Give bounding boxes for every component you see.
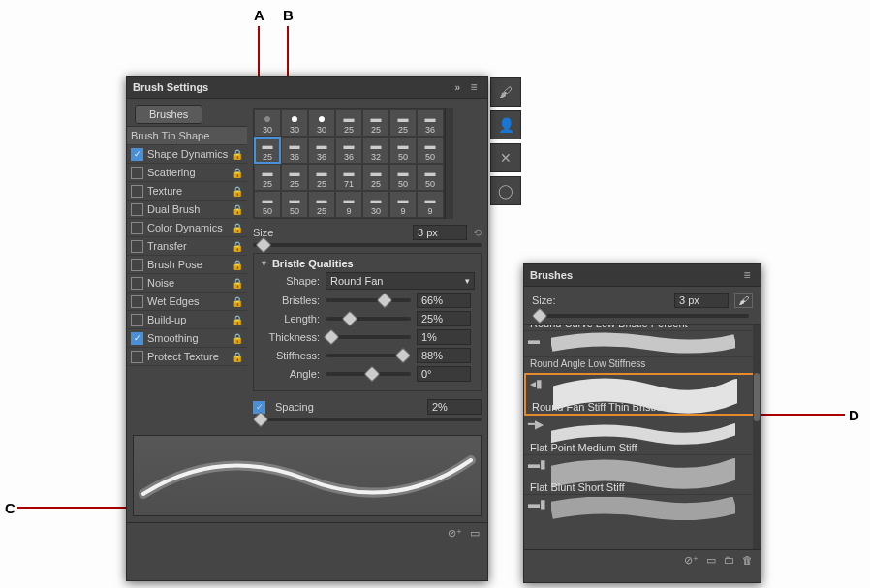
- new-preset-icon[interactable]: ⊘⁺: [448, 527, 462, 540]
- reset-size-icon[interactable]: ⟲: [473, 227, 482, 239]
- opt-brush-pose[interactable]: Brush Pose🔒: [127, 256, 247, 274]
- lock-icon[interactable]: 🔒: [232, 186, 243, 197]
- brush-tip-thumb[interactable]: ▬25: [362, 109, 389, 137]
- opt-shape-dynamics[interactable]: ✓Shape Dynamics 🔒: [127, 145, 247, 164]
- stroke-row[interactable]: ▬▮ Flat Blunt Short Stiff: [524, 455, 761, 495]
- lock-icon[interactable]: 🔒: [232, 315, 243, 325]
- brush-stroke-list[interactable]: Round Curve Low Bristle Percent ▬ Round …: [524, 324, 761, 549]
- opt-wet-edges[interactable]: Wet Edges🔒: [127, 293, 247, 311]
- stroke-row[interactable]: Round Curve Low Bristle Percent: [524, 324, 761, 331]
- brush-tip-thumb[interactable]: ▬50: [281, 191, 308, 218]
- create-brush-icon[interactable]: ▭: [470, 527, 480, 540]
- brush-tip-thumb[interactable]: ▬36: [417, 109, 444, 137]
- spacing-slider[interactable]: [253, 418, 482, 421]
- brush-tip-thumb[interactable]: ▬50: [389, 137, 417, 164]
- checkbox-icon[interactable]: [131, 314, 143, 326]
- brushes-button[interactable]: Brushes: [135, 105, 202, 124]
- lock-icon[interactable]: 🔒: [232, 296, 243, 307]
- brush-tip-thumb[interactable]: ▬25: [389, 109, 417, 137]
- brush-tip-thumb[interactable]: ▬25: [308, 164, 335, 191]
- brush-tip-thumb[interactable]: ▬50: [417, 137, 444, 164]
- brush-tip-thumb[interactable]: ▬25: [335, 109, 362, 137]
- brush-tip-thumb[interactable]: ▬71: [335, 164, 362, 191]
- spacing-value[interactable]: 2%: [427, 399, 482, 415]
- brush-tip-thumb[interactable]: ▬32: [362, 137, 389, 164]
- brush-tip-thumb[interactable]: ▬25: [254, 137, 281, 164]
- checkbox-icon[interactable]: [131, 222, 143, 234]
- lock-icon[interactable]: 🔒: [232, 352, 243, 362]
- checkbox-icon[interactable]: [131, 259, 143, 271]
- opt-build-up[interactable]: Build-up🔒: [127, 311, 247, 329]
- checkbox-icon[interactable]: [131, 295, 143, 308]
- lock-icon[interactable]: 🔒: [232, 278, 243, 289]
- brush-tip-thumb[interactable]: ▬50: [417, 164, 444, 191]
- checkbox-icon[interactable]: [131, 167, 143, 179]
- checkbox-icon[interactable]: [131, 277, 143, 290]
- tool-cc-icon[interactable]: ◯: [490, 176, 521, 205]
- shape-select[interactable]: Round Fan ▾: [326, 272, 475, 290]
- lock-icon[interactable]: 🔒: [232, 149, 243, 160]
- checkbox-icon[interactable]: [131, 240, 143, 253]
- stroke-list-scrollbar[interactable]: [753, 325, 761, 549]
- brush-tip-thumb[interactable]: ●30: [281, 109, 308, 137]
- bristles-slider[interactable]: [326, 298, 411, 302]
- grid-scrollbar[interactable]: [445, 108, 453, 219]
- thickness-slider[interactable]: [326, 335, 411, 339]
- brush-tip-thumb[interactable]: ●30: [308, 109, 335, 137]
- tool-tools-icon[interactable]: ✕: [490, 143, 521, 172]
- checkbox-icon[interactable]: [131, 185, 143, 198]
- brush-tip-thumb[interactable]: ▬25: [281, 164, 308, 191]
- new-group-icon[interactable]: 🗀: [724, 554, 734, 567]
- stroke-preview-row[interactable]: ▬: [524, 331, 761, 357]
- checkbox-icon[interactable]: [131, 351, 143, 363]
- lock-icon[interactable]: 🔒: [232, 168, 243, 178]
- brush-tip-thumb[interactable]: ▬50: [389, 164, 417, 191]
- length-value[interactable]: 25%: [417, 311, 471, 326]
- brushes-menu-icon[interactable]: ≡: [739, 268, 755, 282]
- opt-color-dynamics[interactable]: Color Dynamics🔒: [127, 219, 247, 237]
- angle-value[interactable]: 0°: [417, 366, 471, 382]
- lock-icon[interactable]: 🔒: [232, 241, 243, 252]
- brush-tip-thumb[interactable]: ▬25: [362, 164, 389, 191]
- opt-dual-brush[interactable]: Dual Brush🔒: [127, 201, 247, 219]
- brush-tip-thumb[interactable]: ▬36: [308, 137, 335, 164]
- brush-tip-grid[interactable]: ●30●30●30▬25▬25▬25▬36▬25▬36▬36▬36▬32▬50▬…: [253, 108, 445, 219]
- stiffness-value[interactable]: 88%: [417, 348, 471, 363]
- lock-icon[interactable]: 🔒: [232, 223, 243, 233]
- brushes-size-value[interactable]: 3 px: [674, 293, 729, 308]
- size-value[interactable]: 3 px: [413, 225, 467, 240]
- delete-brush-icon[interactable]: 🗑: [742, 554, 753, 567]
- brush-tip-thumb[interactable]: ▬9: [335, 191, 362, 218]
- brushes-size-slider[interactable]: [532, 314, 749, 318]
- opt-transfer[interactable]: Transfer🔒: [127, 237, 247, 256]
- brush-tip-thumb[interactable]: ●30: [254, 109, 281, 137]
- brush-tip-thumb[interactable]: ▬36: [281, 137, 308, 164]
- brush-tip-thumb[interactable]: ▬50: [254, 191, 281, 218]
- length-slider[interactable]: [326, 317, 411, 321]
- opt-texture[interactable]: Texture🔒: [127, 182, 247, 201]
- panel-menu-icon[interactable]: ≡: [466, 80, 482, 94]
- checkbox-icon[interactable]: ✓: [131, 148, 143, 161]
- lock-icon[interactable]: 🔒: [232, 333, 243, 344]
- stroke-row-selected[interactable]: ◂▮ Round Fan Stiff Thin Bristles: [524, 373, 761, 416]
- checkbox-icon[interactable]: [131, 203, 143, 216]
- toggle-preview-icon[interactable]: 🖌: [734, 293, 753, 308]
- brush-tip-thumb[interactable]: ▬25: [308, 191, 335, 218]
- brush-tip-thumb[interactable]: ▬36: [335, 137, 362, 164]
- opt-smoothing[interactable]: ✓Smoothing🔒: [127, 329, 247, 348]
- tool-brush-icon[interactable]: 🖌: [490, 77, 521, 107]
- brush-tip-thumb[interactable]: ▬9: [417, 191, 444, 218]
- opt-scattering[interactable]: Scattering🔒: [127, 164, 247, 182]
- opt-brush-tip-shape[interactable]: Brush Tip Shape: [127, 127, 247, 145]
- collapse-icon[interactable]: »: [454, 82, 460, 93]
- tool-clone-icon[interactable]: 👤: [490, 110, 521, 139]
- section-caret-icon[interactable]: ▼: [260, 259, 268, 268]
- brush-tip-thumb[interactable]: ▬9: [389, 191, 417, 218]
- opt-noise[interactable]: Noise🔒: [127, 274, 247, 293]
- lock-icon[interactable]: 🔒: [232, 260, 243, 270]
- thickness-value[interactable]: 1%: [417, 329, 471, 345]
- lock-icon[interactable]: 🔒: [232, 204, 243, 215]
- stroke-row[interactable]: ━▶ Flat Point Medium Stiff: [524, 416, 761, 455]
- stroke-row[interactable]: ▬▮: [524, 495, 761, 522]
- stiffness-slider[interactable]: [326, 354, 411, 357]
